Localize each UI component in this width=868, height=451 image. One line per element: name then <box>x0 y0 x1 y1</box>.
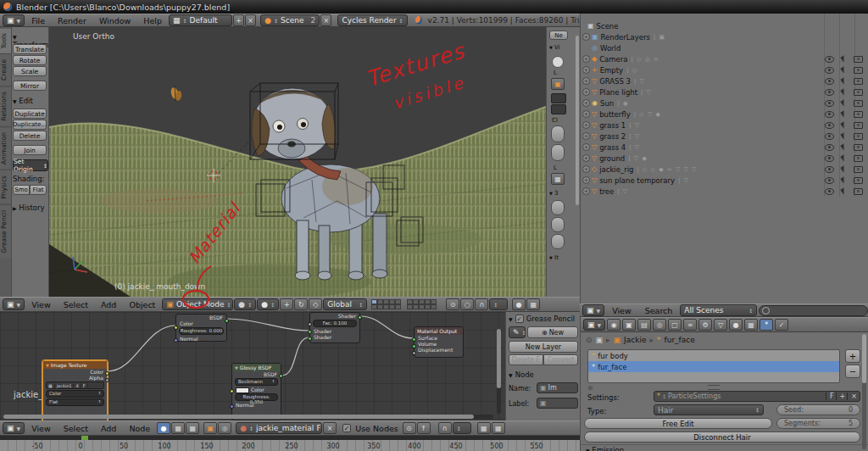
manipulator-scale-toggle[interactable]: ◇ <box>309 298 322 310</box>
hide-toggle[interactable] <box>825 177 834 184</box>
grease-draw-mode-selector[interactable]: ✎↕ <box>509 326 526 338</box>
node-glossy-bsdf[interactable]: ▼ Glossy BSDF BSDF Beckmann⇕ Color Rough… <box>231 363 281 420</box>
unlink-material-button[interactable]: × <box>323 422 337 434</box>
tab-grease-pencil[interactable]: Grease Pencil <box>0 204 11 259</box>
node-menu-node[interactable]: Node <box>123 424 156 433</box>
transform-orientation-selector[interactable]: Global↕ <box>323 298 367 310</box>
proportional-edit-selector[interactable]: ○ <box>460 298 474 310</box>
node-title[interactable]: Material Output <box>415 327 463 335</box>
selectable-toggle[interactable] <box>840 66 847 74</box>
npanel-stepper-4[interactable] <box>551 217 565 232</box>
add-layout-button[interactable]: + <box>233 14 244 26</box>
tab-physics[interactable]: Physics <box>0 170 11 204</box>
hide-toggle[interactable] <box>825 188 834 195</box>
selectable-toggle[interactable] <box>840 154 847 162</box>
roughness-slider[interactable]: Roughness: 0.000 <box>179 327 224 335</box>
expand-toggle[interactable]: + <box>582 88 590 96</box>
set-origin-button[interactable]: Set Origin↕ <box>13 159 48 171</box>
expand-toggle[interactable]: + <box>582 132 590 140</box>
render-toggle[interactable] <box>854 100 863 107</box>
particle-settings-datablock[interactable]: * ↕ ParticleSettings F + × <box>654 391 860 402</box>
image-name[interactable]: jackie1 <box>55 383 75 388</box>
properties-scrollbar[interactable] <box>862 334 866 449</box>
node-title[interactable]: ▼ Glossy BSDF <box>232 364 281 371</box>
selectable-toggle[interactable] <box>840 176 847 184</box>
tab-relations[interactable]: Relations <box>0 86 11 125</box>
node-panel-header[interactable]: ▼Node <box>509 370 534 379</box>
input-socket-color[interactable] <box>174 326 178 330</box>
snap-element-selector[interactable]: ↕ <box>489 298 508 310</box>
outliner-item[interactable]: +▽GRASS 3| ▽ <box>581 75 868 86</box>
free-edit-button[interactable]: Free Edit <box>584 418 772 429</box>
seed-field[interactable]: Seed:0 <box>776 404 860 415</box>
manipulator-rotate-toggle[interactable]: ↻ <box>294 298 308 310</box>
use-nodes-label[interactable]: Use Nodes <box>352 424 402 433</box>
manipulator-translate-toggle[interactable]: + <box>280 298 293 310</box>
editor-type-node-button[interactable]: ▣▼ <box>3 422 25 434</box>
emission-section-header[interactable]: ▼ Emission <box>586 446 624 451</box>
pin-node-tree-toggle[interactable]: ⊙ <box>403 422 416 434</box>
expand-toggle[interactable]: + <box>582 154 590 162</box>
hide-toggle[interactable] <box>825 133 834 140</box>
paste-nodes-button[interactable]: ▦ <box>492 422 505 434</box>
npanel-item-section[interactable]: ▼ It <box>549 254 559 261</box>
render-toggle[interactable] <box>854 122 863 129</box>
edit-section-header[interactable]: ▼ Edit <box>13 97 33 105</box>
node-menu-view[interactable]: View <box>25 424 57 433</box>
node-vertical-scrollbar[interactable] <box>497 329 501 414</box>
shader-nodes-toggle[interactable]: ● <box>157 422 170 434</box>
tab-particles[interactable]: * <box>760 319 773 331</box>
input-socket-fac[interactable] <box>308 322 312 326</box>
add-particle-system-button[interactable]: + <box>845 349 860 363</box>
render-toggle[interactable] <box>854 56 863 63</box>
color-swatch[interactable] <box>236 387 249 393</box>
tab-physics[interactable]: ✓ <box>775 319 788 331</box>
expand-toggle[interactable]: + <box>582 143 590 151</box>
selectable-toggle[interactable] <box>840 165 847 173</box>
distribution-dropdown[interactable]: Beckmann⇕ <box>235 378 278 386</box>
grease-pencil-panel-header[interactable]: ▼ ✓ Grease Pencil <box>509 315 575 323</box>
npanel-swatch-1[interactable] <box>551 93 566 103</box>
new-layer-button[interactable]: New Layer <box>509 341 578 353</box>
delete-layout-button[interactable]: × <box>245 14 256 26</box>
output-socket-alpha[interactable] <box>105 378 109 382</box>
outliner-item[interactable]: ++Empty| ◇ <box>581 64 868 75</box>
selectable-toggle[interactable] <box>840 132 847 140</box>
selectable-toggle[interactable] <box>840 110 847 118</box>
grease-pencil-checkbox[interactable]: ✓ <box>515 315 524 323</box>
npanel-radio[interactable] <box>552 56 564 68</box>
hide-toggle[interactable] <box>825 56 834 63</box>
viewport-shading-selector[interactable]: ●↕ <box>234 298 256 310</box>
selectable-toggle[interactable] <box>840 55 847 63</box>
viewport-menu-select[interactable]: Select <box>58 300 94 309</box>
npanel-object-button[interactable]: ▣ <box>551 78 565 90</box>
tab-render-layers[interactable]: ▣ <box>622 319 636 331</box>
npanel-ne-button[interactable]: Ne <box>549 31 568 40</box>
history-section-header[interactable]: ▶ History <box>13 203 45 212</box>
selectable-toggle[interactable] <box>840 77 847 85</box>
expand-toggle[interactable]: + <box>582 77 590 85</box>
menu-help[interactable]: Help <box>137 16 168 25</box>
render-still-button[interactable]: ● <box>512 298 526 310</box>
outliner-item[interactable]: +▽grass 4| ▽ <box>581 142 868 153</box>
projection-dropdown[interactable]: Flat⇕ <box>46 398 104 406</box>
tab-object[interactable]: ▢ <box>668 319 682 331</box>
hide-toggle[interactable] <box>825 166 834 173</box>
hide-toggle[interactable] <box>825 122 834 129</box>
expand-toggle[interactable]: + <box>582 121 590 129</box>
outliner-item[interactable]: +▣RenderLayers| ▣ <box>581 31 868 42</box>
snap-magnet-toggle[interactable]: ∩ <box>475 298 488 310</box>
outliner-item[interactable]: +▽grass 2| ▽ <box>581 131 868 142</box>
outliner-item[interactable]: +▽tree| ▽ <box>581 186 868 197</box>
layer-grid-right[interactable] <box>407 299 442 309</box>
breadcrumb-object[interactable]: Jackie <box>624 336 646 344</box>
hide-toggle[interactable] <box>825 111 834 118</box>
expand-toggle[interactable]: + <box>582 55 590 63</box>
viewport-menu-object[interactable]: Object <box>123 300 161 309</box>
scene-selector[interactable]: ●↕Scene2 <box>260 14 320 26</box>
npanel-stepper-3[interactable] <box>551 200 565 215</box>
output-socket-bsdf[interactable] <box>279 374 283 378</box>
list-specials-button[interactable]: ⊕ <box>587 384 593 392</box>
input-socket-normal[interactable] <box>230 404 234 409</box>
hide-toggle[interactable] <box>825 100 834 107</box>
